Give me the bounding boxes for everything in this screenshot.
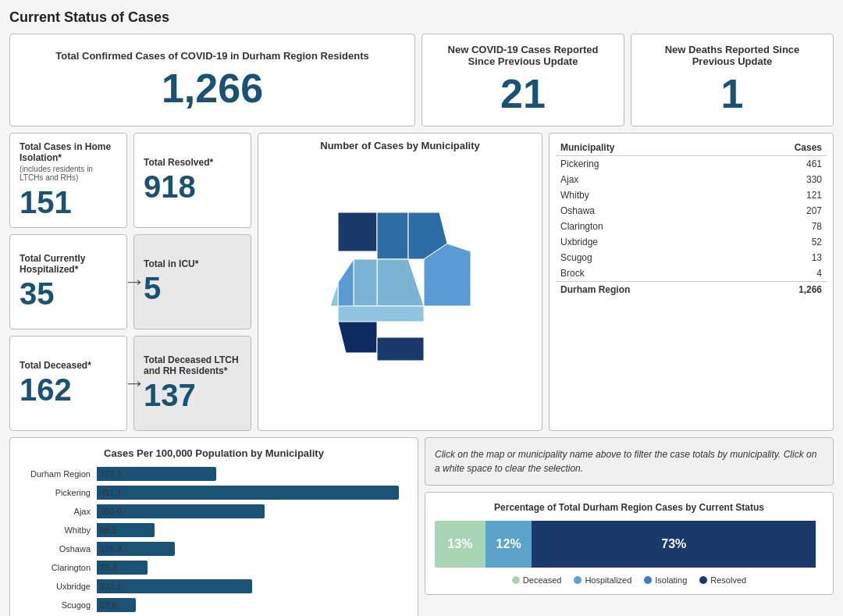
bar-value-label: 232.1 <box>100 582 122 591</box>
whitby-region[interactable] <box>354 259 377 306</box>
legend-label: Deceased <box>523 575 562 585</box>
table-row[interactable]: Oshawa207 <box>556 203 827 219</box>
bar-row: Pickering451.1 <box>23 486 405 500</box>
bar-chart-title: Cases Per 100,000 Population by Municipa… <box>23 447 405 459</box>
arrow-to-ltch-icon: → <box>123 371 145 396</box>
bar-row: Durham Region177.7 <box>23 467 405 481</box>
bar-track: 451.1 <box>97 486 405 500</box>
mid-section: Total Cases in Home Isolation* (includes… <box>9 133 834 431</box>
bar-row: Scugog57.8 <box>23 598 405 612</box>
uxbridge-region[interactable] <box>377 212 408 259</box>
status-chart-box: Percentage of Total Durham Region Cases … <box>425 492 834 595</box>
municipality-table-box: Municipality Cases Pickering461Ajax330Wh… <box>549 133 834 431</box>
deceased-label: Total Deceased* <box>20 360 91 371</box>
bar-label: Clarington <box>23 563 97 572</box>
muni-cases-cell: 461 <box>740 156 827 173</box>
stacked-bar: 13%12%73% <box>435 521 823 568</box>
bar-label: Whitby <box>23 525 97 535</box>
legend-label: Hospitalized <box>585 575 631 585</box>
table-row[interactable]: Ajax330 <box>556 172 827 187</box>
new-deaths-value: 1 <box>721 72 744 116</box>
dark-region[interactable] <box>338 322 377 353</box>
total-resolved-label: Total Resolved* <box>144 157 213 168</box>
col-cases-header: Cases <box>740 140 827 156</box>
new-deaths-box: New Deaths Reported Since Previous Updat… <box>631 34 834 126</box>
muni-name-cell: Pickering <box>556 156 740 173</box>
bar-fill: 451.1 <box>97 486 399 500</box>
bar-row: Whitby86.5 <box>23 523 405 537</box>
icu-label: Total in ICU* <box>144 258 198 269</box>
bar-value-label: 451.1 <box>100 488 122 497</box>
oshawa-region[interactable] <box>377 259 424 306</box>
table-row[interactable]: Pickering461 <box>556 156 827 173</box>
table-row[interactable]: Scugog13 <box>556 250 827 265</box>
bottom-section: Cases Per 100,000 Population by Municipa… <box>9 437 834 616</box>
muni-name-cell: Scugog <box>556 250 740 265</box>
icu-card: → Total in ICU* 5 <box>133 234 251 329</box>
bar-row: Uxbridge232.1 <box>23 579 405 593</box>
page-title: Current Status of Cases <box>9 9 834 26</box>
legend-dot <box>574 576 582 584</box>
legend-label: Resolved <box>710 575 746 585</box>
map-box[interactable]: Number of Cases by Municipality <box>258 133 542 431</box>
bar-row: Oshawa116.9 <box>23 542 405 556</box>
table-row[interactable]: Clarington78 <box>556 219 827 234</box>
bar-fill: 86.5 <box>97 523 155 537</box>
bar-value-label: 177.7 <box>100 469 122 479</box>
hospitalized-label: Total Currently Hospitalized* <box>20 253 117 275</box>
home-isolation-label: Total Cases in Home Isolation* <box>20 141 117 163</box>
bar-track: 57.8 <box>97 598 405 612</box>
bar-fill: 75.3 <box>97 561 148 575</box>
muni-name-cell: Ajax <box>556 172 740 187</box>
deceased-card: Total Deceased* 162 <box>9 336 127 431</box>
legend-label: Isolating <box>655 575 687 585</box>
bar-label: Oshawa <box>23 544 97 554</box>
muni-cases-cell: 4 <box>740 265 827 282</box>
bar-fill: 116.9 <box>97 542 175 556</box>
stacked-segment: 13% <box>435 521 486 568</box>
muni-cases-cell: 78 <box>740 219 827 234</box>
legend-row: DeceasedHospitalizedIsolatingResolved <box>435 575 823 585</box>
bar-label: Scugog <box>23 600 97 610</box>
hospitalized-card: Total Currently Hospitalized* 35 <box>9 234 127 329</box>
muni-cases-cell: 207 <box>740 203 827 219</box>
deceased-ltch-card: → Total Deceased LTCH and RH Residents* … <box>133 336 251 431</box>
home-isolation-sublabel: (includes residents in LTCHs and RHs) <box>20 165 117 182</box>
bar-fill: 250.0 <box>97 504 265 518</box>
muni-name-cell: Whitby <box>556 187 740 203</box>
bar-fill: 232.1 <box>97 579 252 593</box>
bar-track: 116.9 <box>97 542 405 556</box>
arrow-to-icu-icon: → <box>123 269 145 294</box>
table-row[interactable]: Whitby121 <box>556 187 827 203</box>
home-isolation-card: Total Cases in Home Isolation* (includes… <box>9 133 127 228</box>
legend-dot <box>699 576 707 584</box>
map-svg-container[interactable] <box>265 156 535 424</box>
bar-label: Pickering <box>23 488 97 497</box>
brock-region[interactable] <box>338 212 377 251</box>
new-cases-box: New COVID-19 Cases Reported Since Previo… <box>422 34 624 126</box>
legend-item: Isolating <box>644 575 687 585</box>
dark-region2[interactable] <box>377 337 424 361</box>
bar-label: Durham Region <box>23 469 97 479</box>
bar-label: Uxbridge <box>23 582 97 591</box>
info-box: Click on the map or municipality name ab… <box>425 437 834 486</box>
bar-chart-container: Durham Region177.7Pickering451.1Ajax250.… <box>23 467 405 616</box>
muni-name-cell: Brock <box>556 265 740 282</box>
new-cases-label: New COVID-19 Cases Reported Since Previo… <box>435 44 611 67</box>
bar-track: 232.1 <box>97 579 405 593</box>
muni-cases-cell: 121 <box>740 187 827 203</box>
bar-label: Ajax <box>23 507 97 516</box>
right-bottom: Click on the map or municipality name ab… <box>425 437 834 616</box>
bar-row: Clarington75.3 <box>23 561 405 575</box>
home-isolation-value: 151 <box>20 185 72 219</box>
legend-dot <box>512 576 520 584</box>
bar-track: 75.3 <box>97 561 405 575</box>
stat-cards-grid: Total Cases in Home Isolation* (includes… <box>9 133 251 431</box>
total-name-cell: Durham Region <box>556 282 740 298</box>
municipality-map[interactable] <box>322 205 478 376</box>
muni-name-cell: Oshawa <box>556 203 740 219</box>
bar-row: Ajax250.0 <box>23 504 405 518</box>
new-deaths-label: New Deaths Reported Since Previous Updat… <box>644 44 820 67</box>
table-row[interactable]: Uxbridge52 <box>556 234 827 250</box>
table-row[interactable]: Brock4 <box>556 265 827 282</box>
